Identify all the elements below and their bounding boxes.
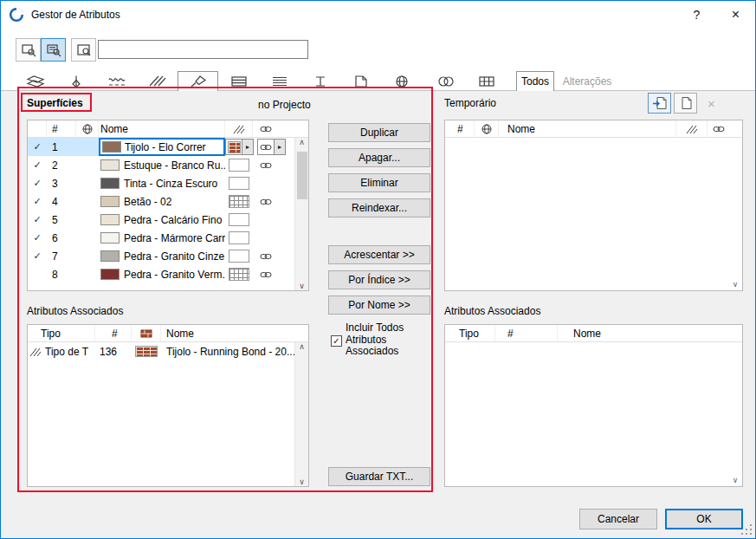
column-header-nome[interactable]: Nome — [161, 325, 308, 341]
wavy-line-icon — [107, 75, 126, 88]
help-button[interactable]: ? — [677, 1, 716, 28]
associated-row[interactable]: Tipo de T 136 Tijolo - Running Bond - 20… — [28, 342, 296, 360]
table-row[interactable]: ✓ 7 Pedra - Granito Cinze... — [28, 247, 296, 265]
por-indice-button[interactable]: Por Índice >> — [328, 270, 430, 289]
eliminar-button[interactable]: Eliminar — [328, 173, 430, 192]
dense-lines-icon — [270, 75, 289, 88]
table-row[interactable]: 8 Pedra - Granito Verm... — [28, 265, 296, 283]
scrollbar-thumb[interactable] — [297, 152, 307, 199]
import-attributes-button[interactable] — [648, 93, 671, 114]
row-check-icon[interactable]: ✓ — [28, 192, 47, 211]
tab-cities[interactable] — [381, 72, 422, 91]
column-header-num[interactable]: # — [95, 325, 132, 341]
tab-todos[interactable]: Todos — [516, 71, 554, 91]
duplicar-button[interactable]: Duplicar — [328, 123, 430, 142]
fill-preview[interactable] — [229, 268, 249, 281]
name-edit-input[interactable]: Tijolo - Elo Correr — [99, 138, 225, 156]
search-mode-button[interactable] — [71, 38, 96, 62]
row-name: Betão - 02 — [124, 196, 171, 208]
fill-preview[interactable] — [229, 159, 249, 172]
row-number: 5 — [47, 211, 76, 229]
title-bar[interactable]: Gestor de Atributos ? × — [1, 1, 755, 28]
table-row[interactable]: ✓ 2 Estuque - Branco Ru... — [28, 156, 296, 174]
column-header-num[interactable]: # — [47, 120, 76, 137]
tab-layers[interactable] — [15, 72, 55, 91]
scroll-down-icon[interactable]: ∨ — [299, 477, 305, 486]
column-header-fill[interactable] — [676, 120, 708, 137]
fill-preview[interactable] — [229, 250, 249, 263]
hatch-icon — [686, 124, 698, 134]
tab-alteracoes[interactable]: Alterações — [556, 72, 618, 91]
tab-surfaces[interactable] — [178, 71, 218, 91]
surfaces-table-scrollbar[interactable]: ∧ ∨ — [294, 138, 308, 290]
apagar-button[interactable]: Apagar... — [328, 148, 430, 167]
table-row[interactable]: ✓ 6 Pedra - Mármore Carr... — [28, 229, 296, 247]
tab-renovation[interactable] — [466, 72, 507, 91]
table-row[interactable]: ✓ 3 Tinta - Cinza Escuro — [28, 174, 296, 192]
acrescentar-button[interactable]: Acrescentar >> — [328, 245, 430, 264]
chain-icon — [260, 142, 272, 153]
column-header-chain[interactable] — [253, 120, 279, 137]
column-header-tipo[interactable]: Tipo — [445, 325, 495, 341]
temporario-table-scrollbar[interactable]: ∨ — [728, 138, 742, 289]
column-header-globe[interactable] — [475, 120, 499, 137]
column-header-fill[interactable] — [225, 120, 253, 137]
column-header-num[interactable]: # — [445, 120, 475, 137]
chain-picker[interactable] — [257, 139, 275, 155]
tab-line-types[interactable] — [96, 72, 137, 91]
tab-zone-categories[interactable] — [340, 72, 381, 91]
reindexar-button[interactable]: Reindexar... — [328, 198, 430, 218]
row-check-icon[interactable] — [28, 265, 47, 283]
tab-building-materials[interactable] — [259, 72, 300, 91]
scroll-up-icon[interactable]: ∧ — [299, 138, 305, 146]
fill-preview[interactable] — [229, 195, 249, 208]
row-check-icon[interactable]: ✓ — [28, 247, 47, 265]
por-nome-button[interactable]: Por Nome >> — [328, 295, 430, 315]
chain-picker-arrow[interactable]: ▸ — [275, 139, 286, 155]
tab-profiles[interactable] — [300, 72, 340, 91]
table-row[interactable]: ✓ 1 Tijolo - Elo Correr ▸ ▸ — [28, 138, 296, 156]
scroll-down-icon[interactable]: ∨ — [733, 476, 739, 484]
fill-preview[interactable] — [229, 213, 249, 226]
column-header-nome[interactable]: Nome — [99, 120, 225, 137]
tab-pens[interactable] — [55, 72, 96, 91]
column-header-nome[interactable]: Nome — [499, 120, 676, 137]
fill-picker[interactable] — [225, 139, 242, 155]
view-mode-button-2[interactable] — [41, 38, 66, 62]
row-number: 1 — [47, 138, 76, 156]
row-check-icon[interactable]: ✓ — [28, 211, 47, 229]
row-check-icon[interactable]: ✓ — [28, 229, 47, 247]
fill-preview[interactable] — [229, 177, 249, 190]
resize-grip[interactable] — [750, 533, 752, 535]
temporario-associated-scrollbar[interactable]: ∨ — [728, 342, 742, 484]
column-header-nome[interactable]: Nome — [558, 325, 742, 341]
table-row[interactable]: ✓ 5 Pedra - Calcário Fino — [28, 211, 296, 229]
tab-composites[interactable] — [218, 72, 259, 91]
scroll-up-icon[interactable]: ∧ — [299, 342, 305, 351]
ok-button[interactable]: OK — [665, 509, 743, 529]
table-row[interactable]: ✓ 4 Betão - 02 — [28, 192, 296, 211]
column-header-globe[interactable] — [76, 120, 99, 137]
new-attribute-button[interactable] — [674, 93, 697, 114]
scroll-down-icon[interactable]: ∨ — [299, 282, 305, 290]
fill-picker-arrow[interactable]: ▸ — [242, 139, 254, 155]
close-button[interactable]: × — [716, 1, 755, 28]
associated-table-scrollbar[interactable]: ∧ ∨ — [294, 342, 308, 486]
column-header-num[interactable]: # — [495, 325, 558, 341]
fill-preview[interactable] — [229, 231, 249, 244]
guardar-txt-button[interactable]: Guardar TXT... — [328, 467, 430, 486]
cancel-button[interactable]: Cancelar — [579, 509, 657, 529]
scroll-down-icon[interactable]: ∨ — [733, 280, 739, 289]
row-check-icon[interactable]: ✓ — [28, 156, 47, 174]
search-input[interactable] — [98, 40, 308, 59]
column-header-tipo[interactable]: Tipo — [28, 325, 95, 341]
incluir-todos-checkbox[interactable]: ✓ — [331, 335, 342, 347]
row-check-icon[interactable]: ✓ — [28, 174, 47, 192]
tab-fill-types[interactable] — [137, 72, 178, 91]
row-name: Pedra - Granito Cinze... — [124, 250, 225, 263]
tab-operation-profiles[interactable] — [425, 72, 466, 91]
row-check-icon[interactable]: ✓ — [28, 138, 47, 156]
view-mode-button-1[interactable] — [16, 38, 41, 62]
delete-temp-button[interactable]: × — [700, 93, 723, 114]
column-header-chain[interactable] — [708, 120, 730, 137]
